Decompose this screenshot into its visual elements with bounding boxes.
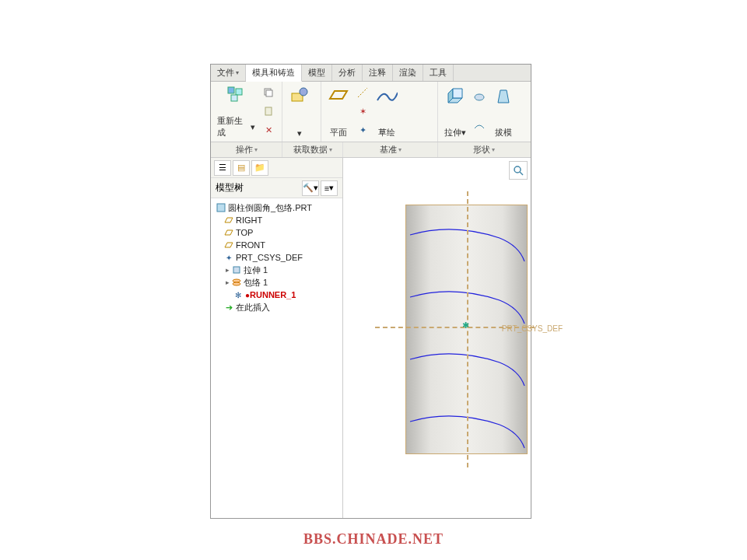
csys-icon: ✦ xyxy=(223,252,234,263)
svg-rect-4 xyxy=(266,90,272,96)
menu-tab-analysis[interactable]: 分析 xyxy=(332,65,363,81)
svg-point-22 xyxy=(514,166,521,173)
tree-view-button[interactable]: ☰ xyxy=(214,160,231,176)
menu-tab-annotate[interactable]: 注释 xyxy=(363,65,393,81)
svg-line-9 xyxy=(358,88,367,97)
work-area: ☰ ▤ 📁 模型树 🔨▾ ≡▾ 圆柱倒圆角_包络.PRT RIGHT xyxy=(211,158,531,518)
front-label: FRONT xyxy=(236,240,265,250)
origin-marker xyxy=(464,324,470,330)
menu-tab-file[interactable]: 文件 ▾ xyxy=(211,65,246,81)
svg-point-13 xyxy=(475,94,484,100)
axis-button[interactable] xyxy=(354,85,371,100)
tree-extrude1[interactable]: ▸ 拉伸 1 xyxy=(214,264,339,276)
chevron-down-icon: ▾ xyxy=(461,128,466,138)
expand-icon[interactable]: ▸ xyxy=(223,266,231,274)
folder-button[interactable]: 📁 xyxy=(251,160,268,176)
panel-datum[interactable]: 基准▾ xyxy=(343,142,438,157)
panel-gd-label: 获取数据 xyxy=(293,144,328,156)
chevron-down-icon: ▾ xyxy=(254,146,258,153)
search-button[interactable] xyxy=(509,161,528,180)
plane-icon xyxy=(223,240,234,250)
chevron-down-icon: ▾ xyxy=(251,122,255,132)
menu-tab-render[interactable]: 渲染 xyxy=(393,65,423,81)
tree-insert-here[interactable]: ➔ 在此插入 xyxy=(214,301,339,313)
tree-root[interactable]: 圆柱倒圆角_包络.PRT xyxy=(214,201,339,214)
svg-marker-8 xyxy=(330,91,347,99)
plane-icon xyxy=(223,227,234,238)
csys-button[interactable]: ✦ xyxy=(354,123,371,138)
panel-operation[interactable]: 操作▾ xyxy=(211,142,282,157)
svg-marker-14 xyxy=(498,90,509,103)
svg-rect-1 xyxy=(236,89,242,95)
extrude-button[interactable]: 拉伸▾ xyxy=(441,83,469,140)
paste-button[interactable] xyxy=(260,103,277,119)
svg-point-21 xyxy=(233,282,240,285)
tree-settings-button[interactable]: 🔨▾ xyxy=(302,180,319,196)
svg-rect-19 xyxy=(233,267,240,273)
layers-button[interactable]: ▤ xyxy=(233,160,250,176)
plane-icon xyxy=(223,215,234,226)
svg-point-20 xyxy=(233,279,240,282)
ribbon-group-shape: 拉伸▾ 拔模 xyxy=(438,82,530,142)
sweep-button[interactable] xyxy=(471,118,488,134)
chevron-down-icon: ▾ xyxy=(398,146,402,153)
csys-label: PRT_CSYS_DEF xyxy=(236,253,303,262)
revolve-button[interactable] xyxy=(471,89,488,105)
graphics-viewport[interactable]: PRT_CSYS_DEF xyxy=(343,158,531,518)
tree-csys[interactable]: ✦ PRT_CSYS_DEF xyxy=(214,251,339,264)
draft-icon xyxy=(493,85,514,107)
tree-icon: ☰ xyxy=(219,163,226,173)
delete-button[interactable]: ✕ xyxy=(260,123,277,138)
tree-envelope1[interactable]: ▸ 包络 1 xyxy=(214,276,339,289)
svg-rect-0 xyxy=(228,87,234,93)
envelope-icon xyxy=(231,277,242,288)
tree-front[interactable]: FRONT xyxy=(214,239,339,251)
runner-icon: ✻ xyxy=(233,289,244,300)
hammer-icon: 🔨 xyxy=(303,183,314,193)
search-icon xyxy=(513,165,524,176)
ribbon-group-datum: 平面 ✶ ✦ 草绘 xyxy=(321,82,438,142)
tree-header: 模型树 🔨▾ ≡▾ xyxy=(211,178,342,198)
datum-small-col: ✶ ✦ xyxy=(352,83,373,140)
top-label: TOP xyxy=(236,228,253,237)
model-tree-panel: ☰ ▤ 📁 模型树 🔨▾ ≡▾ 圆柱倒圆角_包络.PRT RIGHT xyxy=(211,158,343,518)
tree-right[interactable]: RIGHT xyxy=(214,214,339,226)
chevron-down-icon: ▾ xyxy=(314,183,318,193)
csys-icon: ✦ xyxy=(359,125,366,135)
watermark-text: BBS.CHINADE.NET xyxy=(303,531,444,548)
menu-tab-tools[interactable]: 工具 xyxy=(423,65,454,81)
extrude-icon xyxy=(231,264,242,275)
expand-icon[interactable]: ▸ xyxy=(223,278,231,286)
ribbon-panel-labels: 操作▾ 获取数据▾ 基准▾ 形状▾ xyxy=(211,142,531,158)
svg-rect-5 xyxy=(265,107,272,115)
active-tab-label: 模具和铸造 xyxy=(252,67,295,79)
model-tree[interactable]: 圆柱倒圆角_包络.PRT RIGHT TOP FRONT ✦ PRT_CSYS_… xyxy=(211,198,342,518)
menu-tab-mold-cast[interactable]: 模具和铸造 xyxy=(246,65,302,82)
envelope1-label: 包络 1 xyxy=(244,277,268,289)
mini-toolbar: ☰ ▤ 📁 xyxy=(211,158,342,178)
root-label: 圆柱倒圆角_包络.PRT xyxy=(228,202,312,214)
svg-line-23 xyxy=(520,172,523,175)
tree-title: 模型树 xyxy=(216,181,244,194)
sketch-label: 草绘 xyxy=(378,127,395,138)
tree-show-button[interactable]: ≡▾ xyxy=(321,180,338,196)
tree-runner1[interactable]: ✻ ● RUNNER_1 xyxy=(214,289,339,301)
arrow-right-icon: ➔ xyxy=(223,302,234,313)
regen-button[interactable]: 重新生成▾ xyxy=(214,83,258,140)
sketch-button[interactable]: 草绘 xyxy=(373,83,401,140)
csys-viewport-label: PRT_CSYS_DEF xyxy=(502,324,563,333)
point-button[interactable]: ✶ xyxy=(354,103,371,119)
layers-icon: ▤ xyxy=(237,163,245,173)
menu-tab-model[interactable]: 模型 xyxy=(302,65,332,81)
chevron-down-icon: ▾ xyxy=(236,69,239,76)
tree-top[interactable]: TOP xyxy=(214,226,339,239)
panel-getdata[interactable]: 获取数据▾ xyxy=(282,142,343,157)
plane-button[interactable]: 平面 xyxy=(324,83,352,140)
cylinder-geometry[interactable]: PRT_CSYS_DEF xyxy=(405,205,528,454)
copy-button[interactable] xyxy=(260,85,277,100)
part-icon xyxy=(216,202,226,213)
svg-point-7 xyxy=(300,88,307,96)
getdata-button[interactable]: ▾ xyxy=(286,83,314,140)
draft-button[interactable]: 拔模 xyxy=(489,83,517,140)
panel-shape[interactable]: 形状▾ xyxy=(438,142,530,157)
